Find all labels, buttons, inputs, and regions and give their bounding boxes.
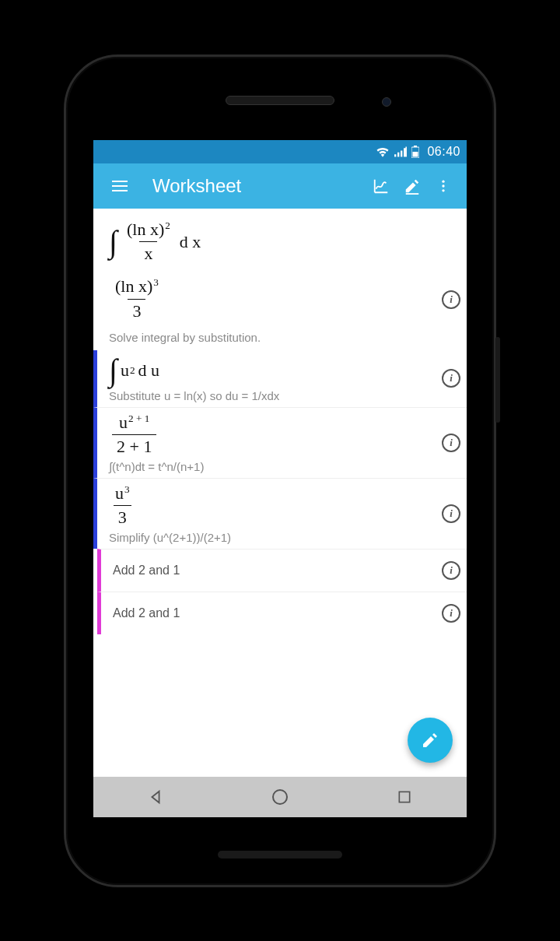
info-button[interactable]: i [442,561,460,580]
fab-edit[interactable] [408,718,453,763]
info-button[interactable]: i [442,369,460,388]
svg-rect-3 [406,193,419,195]
android-nav-bar [93,777,467,817]
svg-point-5 [442,184,444,187]
square-recent-icon [397,789,412,805]
step-text: Add 2 and 1 [113,606,180,620]
integral-expression: ∫ (ln x)2 x d x [109,219,428,264]
graph-icon [373,177,390,195]
phone-frame: 06:40 Worksheet [64,54,496,887]
step-expression: ∫ u2d u [109,355,428,386]
svg-point-7 [273,790,287,804]
info-button[interactable]: i [442,604,460,623]
step-row[interactable]: ∫ u2d u Substitute u = ln(x) so du = 1/x… [93,350,467,407]
svg-rect-2 [413,152,418,157]
expression-row[interactable]: ∫ (ln x)2 x d x [93,209,467,272]
result-row[interactable]: (ln x)3 3 i [93,272,467,327]
svg-rect-1 [414,146,417,147]
step-caption: Simplify (u^(2+1))/(2+1) [109,531,428,544]
circle-home-icon [271,788,289,806]
step-expression: u2 + 1 2 + 1 [109,413,428,457]
svg-rect-8 [399,792,409,802]
overflow-button[interactable] [428,170,459,202]
step-row[interactable]: Add 2 and 1 i [97,592,467,634]
triangle-back-icon [147,788,164,806]
status-bar: 06:40 [93,140,467,163]
page-title: Worksheet [152,175,366,197]
step-row[interactable]: u2 + 1 2 + 1 ∫(t^n)dt = t^n/(n+1) i [93,407,467,478]
info-button[interactable]: i [442,290,460,309]
step-caption: Substitute u = ln(x) so du = 1/xdx [109,389,428,402]
step-row[interactable]: Add 2 and 1 i [97,549,467,592]
step-row[interactable]: u3 3 Simplify (u^(2+1))/(2+1) i [93,478,467,549]
step-text: Add 2 and 1 [113,564,180,577]
recent-button[interactable] [366,777,443,817]
screen: 06:40 Worksheet [93,140,467,817]
graph-button[interactable] [366,170,397,202]
wifi-icon [376,146,390,157]
status-clock: 06:40 [427,145,460,159]
menu-button[interactable] [104,170,135,202]
result-expression: (ln x)3 3 [109,276,428,321]
step-expression: u3 3 [109,483,428,528]
step-caption: ∫(t^n)dt = t^n/(n+1) [109,460,428,473]
info-button[interactable]: i [442,434,460,452]
pencil-icon [421,731,439,750]
hamburger-icon [112,181,128,191]
battery-icon [411,146,419,158]
edit-button[interactable] [397,170,428,202]
svg-point-6 [442,189,444,191]
phone-side-button [495,337,500,423]
back-button[interactable] [117,777,194,817]
pencil-icon [404,177,421,195]
phone-camera [382,97,391,107]
info-button[interactable]: i [442,504,460,523]
worksheet-content[interactable]: ∫ (ln x)2 x d x (ln x)3 3 [93,209,467,777]
home-button[interactable] [241,777,319,817]
svg-point-4 [442,181,444,183]
more-vert-icon [436,178,451,194]
phone-chin [218,851,342,858]
phone-bezel: 06:40 Worksheet [75,66,485,876]
signal-icon [394,146,407,157]
phone-speaker [226,96,334,105]
app-bar: Worksheet [93,163,467,209]
step-caption: Solve integral by substitution. [109,331,428,344]
